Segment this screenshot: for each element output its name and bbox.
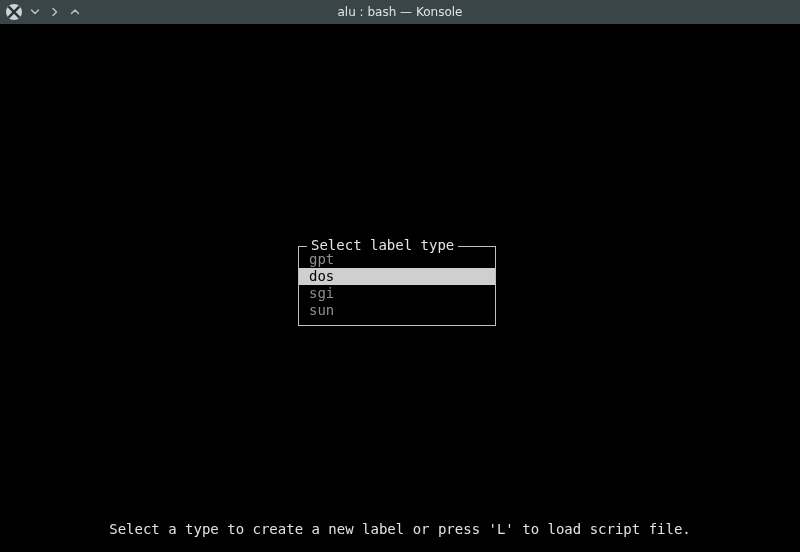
label-type-option[interactable]: dos [299, 268, 495, 285]
close-icon [6, 4, 22, 20]
window-controls [0, 4, 82, 20]
maximize-button[interactable] [68, 5, 82, 19]
chevron-right-icon [50, 7, 60, 17]
label-type-list: gpt dos sgi sun [299, 251, 495, 319]
window-menu-button[interactable] [48, 5, 62, 19]
hint-text: Select a type to create a new label or p… [0, 521, 800, 538]
terminal-area[interactable]: Select label type gpt dos sgi sun Select… [0, 24, 800, 552]
window-title: alu : bash — Konsole [0, 5, 800, 19]
label-type-option[interactable]: sun [299, 302, 495, 319]
window-titlebar: alu : bash — Konsole [0, 0, 800, 24]
close-button[interactable] [6, 4, 22, 20]
label-type-option[interactable]: sgi [299, 285, 495, 302]
minimize-button[interactable] [28, 5, 42, 19]
label-type-dialog: Select label type gpt dos sgi sun [298, 246, 496, 326]
chevron-up-icon [70, 7, 80, 17]
chevron-down-icon [30, 7, 40, 17]
dialog-title: Select label type [307, 237, 458, 254]
